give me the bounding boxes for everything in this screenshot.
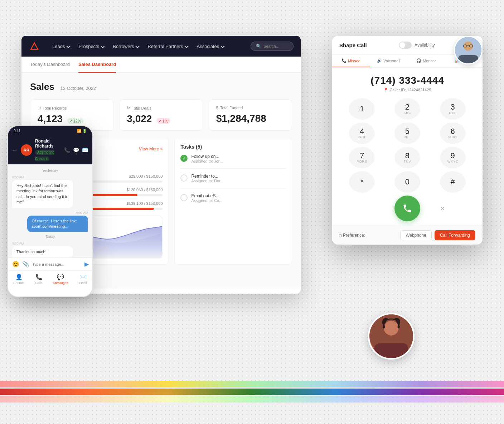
svg-point-10 bbox=[384, 321, 398, 336]
dialpad-0[interactable]: 0 bbox=[394, 171, 420, 193]
chevron-down-icon bbox=[185, 44, 189, 48]
webphone-button[interactable]: Webphone bbox=[400, 230, 432, 240]
chevron-down-icon bbox=[136, 44, 140, 48]
dialpad-call-row: × bbox=[339, 196, 475, 221]
availability-toggle[interactable]: Availability bbox=[399, 42, 435, 49]
nav-associates[interactable]: Associates bbox=[193, 42, 228, 51]
messages-icon: 💬 bbox=[57, 274, 64, 280]
call-forwarding-button[interactable]: Call Forwarding bbox=[435, 230, 475, 240]
chat-date-today: Today bbox=[12, 235, 88, 239]
dialpad-2[interactable]: 2 ABC bbox=[394, 98, 420, 120]
color-strips bbox=[0, 381, 504, 424]
task-check-pending bbox=[180, 174, 188, 182]
attachment-icon[interactable]: 📎 bbox=[22, 261, 29, 268]
task-check-pending-2 bbox=[180, 194, 188, 201]
records-icon: ⊞ bbox=[38, 106, 41, 110]
dialpad-9[interactable]: 9 WXYZ bbox=[440, 147, 466, 168]
nav-prospects[interactable]: Prospects bbox=[75, 42, 108, 51]
task-item-0: ✓ Follow up on... Assigned to: Joh... bbox=[180, 154, 286, 169]
task-item-2: Email out eS... Assigned to: Ca... bbox=[180, 193, 286, 208]
tab-today-dashboard[interactable]: Today's Dashboard bbox=[30, 57, 70, 73]
dialpad-3[interactable]: 3 DEF bbox=[440, 98, 466, 120]
dialpad-7[interactable]: 7 PQRS bbox=[349, 147, 375, 168]
chevron-down-icon bbox=[101, 44, 105, 48]
task-check-done: ✓ bbox=[180, 155, 188, 162]
message-input[interactable] bbox=[32, 262, 82, 266]
phone-nav-contact[interactable]: 👤 Contact bbox=[13, 274, 24, 285]
search-bar[interactable]: 🔍 Search... bbox=[251, 42, 294, 51]
dialpad-hash[interactable]: # bbox=[440, 171, 466, 193]
voicemail-icon: 🔊 bbox=[377, 58, 382, 63]
dialpad-6[interactable]: 6 MNO bbox=[440, 122, 466, 144]
phone-nav-messages[interactable]: 💬 Messages bbox=[53, 274, 68, 285]
view-more-link[interactable]: View More » bbox=[139, 146, 163, 151]
phone-avatar: RR bbox=[21, 144, 32, 156]
search-icon: 🔍 bbox=[256, 44, 261, 49]
phone-nav-email[interactable]: ✉️ Email bbox=[79, 274, 87, 285]
nav-bar: Leads Prospects Borrowers Referral Partn… bbox=[21, 36, 301, 57]
dialpad-row-4: * 0 # bbox=[339, 171, 475, 193]
page-title: Sales 12 October, 2022 bbox=[30, 81, 96, 92]
dashboard-title-row: Sales 12 October, 2022 bbox=[30, 81, 292, 92]
phone-chat-area: Yesterday 9:00 AM Hey Richards! I can't … bbox=[8, 164, 92, 257]
location-pin-icon: 📍 bbox=[383, 88, 388, 92]
nav-borrowers[interactable]: Borrowers bbox=[109, 42, 142, 51]
missed-call-icon: 📞 bbox=[341, 58, 346, 63]
end-call-button[interactable]: × bbox=[435, 201, 450, 216]
call-button[interactable] bbox=[394, 196, 420, 221]
deals-icon: ↻ bbox=[127, 106, 130, 110]
shape-call-modal: Shape Call Availability × 📞 Missed 🔊 Voi… bbox=[332, 36, 483, 245]
phone-email-icon[interactable]: ✉️ bbox=[82, 147, 88, 153]
chevron-down-icon bbox=[221, 44, 225, 48]
back-button[interactable]: ← bbox=[12, 147, 18, 153]
logo[interactable] bbox=[29, 40, 40, 52]
caller-info: (714) 333-4444 📍 Caller ID: 12424821425 bbox=[332, 68, 483, 97]
chat-bubble-received-0: Hey Richards! I can't find the meeting l… bbox=[12, 180, 73, 208]
phone-widget: 9:41 📶 🔋 ← RR Ronald Richards Attempting… bbox=[7, 125, 93, 297]
toggle-switch[interactable] bbox=[399, 42, 412, 49]
dialpad-row-3: 7 PQRS 8 TUV 9 WXYZ bbox=[339, 147, 475, 168]
phone-status-bar: 9:41 📶 🔋 bbox=[8, 126, 92, 136]
send-icon[interactable]: ▶ bbox=[84, 261, 89, 268]
calls-icon: 📞 bbox=[35, 274, 43, 280]
modal-footer: n Preference: Webphone Call Forwarding bbox=[332, 226, 483, 245]
nav-leads[interactable]: Leads bbox=[49, 42, 73, 51]
phone-contact-bar: ← RR Ronald Richards Attempting Contact … bbox=[8, 136, 92, 164]
caller-number: (714) 333-4444 bbox=[339, 75, 475, 86]
tab-sales-dashboard[interactable]: Sales Dashboard bbox=[78, 57, 116, 73]
svg-point-5 bbox=[465, 43, 472, 49]
phone-nav-calls[interactable]: 📞 Calls bbox=[35, 274, 43, 285]
tab-voicemail[interactable]: 🔊 Voicemail bbox=[370, 55, 407, 67]
tab-bar: Today's Dashboard Sales Dashboard bbox=[21, 57, 301, 73]
chat-bubble-sent-0: Of course! Here's the link: zoom.com/mee… bbox=[27, 216, 88, 232]
support-agent-avatar bbox=[368, 313, 415, 360]
dialpad-8[interactable]: 8 TUV bbox=[394, 147, 420, 168]
dialpad-star[interactable]: * bbox=[349, 171, 375, 193]
phone-call-icon[interactable]: 📞 bbox=[64, 147, 70, 153]
stat-badge-deals: ↙ 1% bbox=[156, 118, 170, 124]
caller-avatar bbox=[454, 36, 483, 64]
dialpad-1[interactable]: 1 bbox=[349, 98, 375, 120]
tab-monitor[interactable]: 🎧 Monitor bbox=[407, 55, 445, 67]
nav-items: Leads Prospects Borrowers Referral Partn… bbox=[49, 42, 228, 51]
funded-icon: $ bbox=[216, 106, 218, 110]
emoji-icon[interactable]: 😊 bbox=[12, 261, 19, 268]
chat-bubble-received-1: Thanks so much! bbox=[12, 246, 73, 257]
stat-total-funded: $ Total Funded $1,284,788 bbox=[209, 100, 292, 131]
monitor-icon: 🎧 bbox=[416, 58, 421, 63]
chevron-down-icon bbox=[67, 44, 71, 48]
modal-title: Shape Call bbox=[339, 42, 367, 48]
dialpad-row-1: 1 2 ABC 3 DEF bbox=[339, 98, 475, 120]
nav-referral-partners[interactable]: Referral Partners bbox=[144, 42, 192, 51]
dialpad-5[interactable]: 5 JKL bbox=[394, 122, 420, 144]
task-item-1: Reminder to... Assigned to: Dor... bbox=[180, 174, 286, 188]
phone-message-icon[interactable]: 💬 bbox=[73, 147, 79, 153]
tab-missed[interactable]: 📞 Missed bbox=[332, 55, 370, 67]
stat-badge-records: ↗ 12% bbox=[67, 118, 83, 124]
contact-icon: 👤 bbox=[15, 274, 23, 280]
dialpad-4[interactable]: 4 GHI bbox=[349, 122, 375, 144]
phone-input-bar: 😊 📎 ▶ bbox=[8, 257, 92, 270]
stat-total-deals: ↻ Total Deals 3,022 ↙ 1% bbox=[119, 100, 203, 131]
tasks-card: Tasks (5) ✓ Follow up on... Assigned to:… bbox=[174, 138, 292, 265]
dialpad: 1 2 ABC 3 DEF 4 GHI 5 JKL 6 MNO bbox=[332, 97, 483, 226]
